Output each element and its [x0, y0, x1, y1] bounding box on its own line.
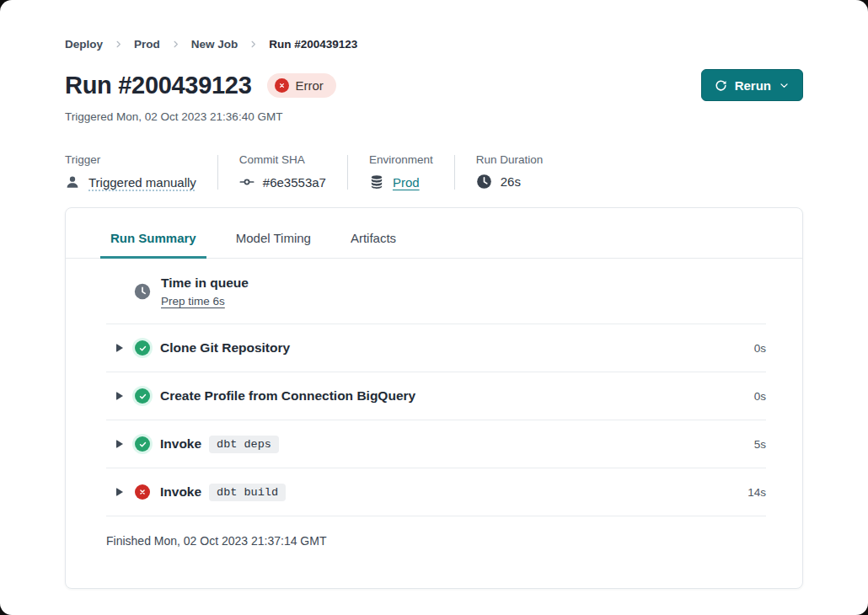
step-command: dbt deps: [209, 436, 279, 453]
breadcrumb: Deploy Prod New Job Run #200439123: [65, 38, 803, 51]
expand-caret-icon[interactable]: [116, 440, 123, 448]
status-badge: Error: [267, 73, 336, 98]
clock-icon: [134, 283, 151, 300]
breadcrumb-deploy[interactable]: Deploy: [65, 38, 103, 51]
finished-timestamp: Finished Mon, 02 Oct 2023 21:37:14 GMT: [106, 516, 766, 548]
success-icon: [135, 340, 150, 356]
meta-commit-sha: Commit SHA #6e3553a7: [239, 153, 326, 190]
person-icon: [65, 174, 80, 190]
chevron-right-icon: [171, 40, 180, 49]
meta-environment-label: Environment: [369, 153, 433, 166]
error-icon: [275, 78, 289, 93]
step-duration: 5s: [754, 438, 766, 451]
page-title: Run #200439123: [65, 72, 252, 99]
meta-divider: [217, 155, 218, 190]
expand-caret-icon[interactable]: [116, 392, 123, 400]
tab-model-timing[interactable]: Model Timing: [226, 231, 321, 259]
meta-trigger: Trigger Triggered manually: [65, 153, 196, 190]
step-name: Clone Git Repository: [160, 340, 290, 356]
status-badge-label: Error: [296, 78, 324, 93]
step-duration: 0s: [754, 342, 766, 355]
chevron-down-icon: [779, 80, 790, 91]
expand-caret-icon[interactable]: [116, 488, 123, 496]
meta-duration-label: Run Duration: [476, 153, 544, 166]
step-row-dbt-build[interactable]: Invoke dbt build 14s: [106, 468, 766, 516]
meta-duration-value: 26s: [501, 174, 521, 189]
error-icon: [135, 484, 150, 500]
meta-environment-value[interactable]: Prod: [393, 175, 420, 190]
rerun-icon: [715, 79, 727, 92]
meta-commit-value: #6e3553a7: [263, 175, 326, 190]
expand-caret-icon[interactable]: [116, 344, 123, 352]
breadcrumb-prod[interactable]: Prod: [134, 38, 160, 51]
clock-icon: [476, 174, 492, 190]
meta-divider: [347, 155, 348, 190]
rerun-button[interactable]: Rerun: [701, 69, 803, 101]
success-icon: [135, 436, 150, 452]
run-summary-card: Run Summary Model Timing Artifacts Time …: [65, 207, 803, 589]
step-row-create-profile[interactable]: Create Profile from Connection BigQuery …: [106, 372, 766, 420]
run-metadata: Trigger Triggered manually Commit SHA #6…: [65, 153, 803, 190]
step-name: Create Profile from Connection BigQuery: [160, 388, 415, 404]
meta-trigger-label: Trigger: [65, 153, 196, 166]
rerun-button-label: Rerun: [735, 78, 771, 93]
triggered-timestamp: Triggered Mon, 02 Oct 2023 21:36:40 GMT: [65, 110, 803, 123]
meta-divider: [454, 155, 455, 190]
tab-bar: Run Summary Model Timing Artifacts: [66, 231, 802, 259]
database-icon: [369, 174, 384, 190]
step-list: Time in queue Prep time 6s Clone Git Rep…: [66, 259, 802, 548]
breadcrumb-run-number: Run #200439123: [269, 38, 357, 51]
step-row-dbt-deps[interactable]: Invoke dbt deps 5s: [106, 420, 766, 468]
meta-environment: Environment Prod: [369, 153, 433, 190]
step-duration: 0s: [754, 390, 766, 403]
breadcrumb-new-job[interactable]: New Job: [191, 38, 238, 51]
step-command: dbt build: [209, 484, 286, 501]
chevron-right-icon: [249, 40, 258, 49]
run-detail-page: Deploy Prod New Job Run #200439123 Run #…: [0, 0, 868, 615]
chevron-right-icon: [114, 40, 123, 49]
tab-artifacts[interactable]: Artifacts: [340, 231, 406, 259]
tab-run-summary[interactable]: Run Summary: [100, 231, 206, 259]
success-icon: [135, 388, 150, 404]
meta-commit-label: Commit SHA: [239, 153, 326, 166]
step-name: Invoke: [160, 436, 201, 452]
meta-trigger-value[interactable]: Triggered manually: [88, 175, 196, 190]
commit-icon: [239, 174, 255, 190]
queue-title: Time in queue: [161, 275, 249, 291]
step-row-clone-git[interactable]: Clone Git Repository 0s: [106, 324, 766, 372]
prep-time-link[interactable]: Prep time 6s: [161, 295, 249, 308]
step-name: Invoke: [160, 484, 201, 500]
time-in-queue-row: Time in queue Prep time 6s: [106, 259, 766, 324]
step-duration: 14s: [747, 486, 766, 499]
meta-run-duration: Run Duration 26s: [476, 153, 544, 190]
